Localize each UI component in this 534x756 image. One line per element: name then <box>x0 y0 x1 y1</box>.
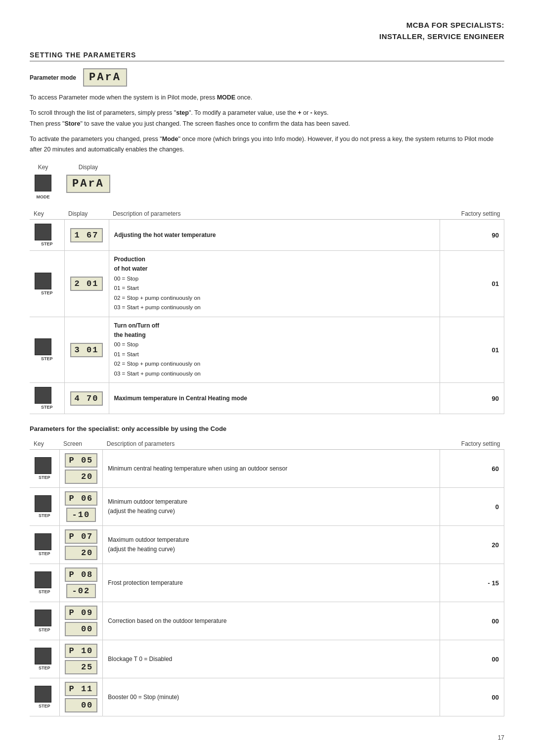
spec-row2-desc-text: Minimum outdoor temperature(adjust the h… <box>108 498 187 515</box>
spec-row4-screen: P 08 -02 <box>59 564 103 602</box>
step-key-4 <box>35 387 51 404</box>
spec-step-label-5: STEP <box>35 627 54 632</box>
spec-row7-desc: Booster 00 = Stop (minute) <box>103 678 440 716</box>
spec-row7-factory: 00 <box>440 678 504 716</box>
table-row: STEP 3 01 Turn on/Turn offthe heating 00… <box>30 317 504 383</box>
table-row: STEP 1 67 Adjusting the hot water temper… <box>30 220 504 251</box>
table-row: STEP 4 70 Maximum temperature in Central… <box>30 383 504 414</box>
spec-screen-stack-1: P 05 20 <box>65 453 98 484</box>
spec-screen-stack-5: P 09 00 <box>65 606 98 636</box>
spec-screen-stack-2: P 06 -10 <box>65 491 98 522</box>
intro-para-2: To scroll through the list of parameters… <box>30 108 504 129</box>
row4-desc-label: Maximum temperature in Central Heating m… <box>114 395 247 402</box>
row3-key: STEP <box>30 317 64 383</box>
spec-step-label-3: STEP <box>35 551 54 556</box>
spec-row5-desc-text: Correction based on the outdoor temperat… <box>108 617 226 624</box>
spec-row5-screen: P 09 00 <box>59 602 103 640</box>
spec-row7-screen: P 11 00 <box>59 678 103 716</box>
step-key-label-2: STEP <box>35 290 59 295</box>
spec-row6-desc: Blockage T 0 = Disabled <box>103 640 440 678</box>
row3-display: 3 01 <box>64 317 109 383</box>
spec-row2-desc: Minimum outdoor temperature(adjust the h… <box>103 488 440 526</box>
step-key-label-3: STEP <box>35 356 59 361</box>
step-key-1 <box>35 224 51 240</box>
spec-row1-key: STEP <box>30 450 59 488</box>
spec-row3-key: STEP <box>30 526 59 564</box>
header-title: MCBA FOR SPECIALISTS: INSTALLER, SERVICE… <box>30 20 504 42</box>
table-row: STEP 2 01 Productionof hot water 00 = St… <box>30 251 504 317</box>
demo-key-col: Key MODE <box>35 164 51 199</box>
spec-row4-desc: Frost protection temperature <box>103 564 440 602</box>
spec-step-key-5 <box>35 610 51 626</box>
row3-factory: 01 <box>440 317 504 383</box>
table-row: STEP P 06 -10 Minimum outdoor temperatur… <box>30 488 504 526</box>
intro-para-1: To access Parameter mode when the system… <box>30 93 504 103</box>
spec-row5-key: STEP <box>30 602 59 640</box>
step-key-2 <box>35 273 51 289</box>
row1-desc: Adjusting the hot water temperature <box>109 220 440 251</box>
spec-col-key: Key <box>30 438 59 450</box>
main-params-table: Key Display Description of parameters Fa… <box>30 208 504 414</box>
spec-col-screen: Screen <box>59 438 103 450</box>
spec-lcd6b: 25 <box>65 660 98 674</box>
spec-step-key-2 <box>35 495 51 512</box>
spec-step-label-6: STEP <box>35 665 54 670</box>
spec-row6-key: STEP <box>30 640 59 678</box>
spec-row6-desc-text: Blockage T 0 = Disabled <box>108 656 172 662</box>
row4-display: 4 70 <box>64 383 109 414</box>
spec-step-label-4: STEP <box>35 589 54 594</box>
table-row: STEP P 09 00 Correction based on the out… <box>30 602 504 640</box>
header-line2: INSTALLER, SERVICE ENGINEER <box>379 32 504 41</box>
spec-row5-desc: Correction based on the outdoor temperat… <box>103 602 440 640</box>
spec-step-label-7: STEP <box>35 704 54 709</box>
spec-lcd1a: P 05 <box>65 453 98 468</box>
spec-col-factory: Factory setting <box>440 438 504 450</box>
spec-lcd7a: P 11 <box>65 682 98 696</box>
spec-step-label-1: STEP <box>35 475 54 480</box>
step-key-3 <box>35 338 51 355</box>
spec-row3-screen: P 07 20 <box>59 526 103 564</box>
row1-desc-label: Adjusting the hot water temperature <box>114 232 216 238</box>
spec-row3-desc-text: Maximum outdoor temperature(adjust the h… <box>108 536 189 553</box>
spec-step-key-6 <box>35 648 51 664</box>
key-display-demo: Key MODE Display PArA <box>35 164 504 199</box>
spec-step-key-1 <box>35 457 51 474</box>
param-mode-display: PArA <box>83 68 127 87</box>
spec-row1-screen: P 05 20 <box>59 450 103 488</box>
spec-step-label-2: STEP <box>35 513 54 518</box>
row1-key: STEP <box>30 220 64 251</box>
demo-lcd: PArA <box>66 175 110 193</box>
row1-factory: 90 <box>440 220 504 251</box>
step-key-label-4: STEP <box>35 405 59 410</box>
demo-mode-key <box>35 175 51 191</box>
spec-row1-desc: Minimum central heating temperature when… <box>103 450 440 488</box>
spec-row1-desc-text: Minimum central heating temperature when… <box>108 465 287 472</box>
spec-row7-desc-text: Booster 00 = Stop (minute) <box>108 694 179 701</box>
step-key-label-1: STEP <box>35 241 59 246</box>
demo-mode-key-label: MODE <box>37 194 50 199</box>
row4-key: STEP <box>30 383 64 414</box>
row2-key: STEP <box>30 251 64 317</box>
spec-row2-key: STEP <box>30 488 59 526</box>
header-line1: MCBA FOR SPECIALISTS: <box>406 21 504 29</box>
spec-lcd5a: P 09 <box>65 606 98 620</box>
spec-lcd3a: P 07 <box>65 529 98 544</box>
spec-step-key-4 <box>35 571 51 588</box>
page-number: 17 <box>498 734 504 741</box>
table-row: STEP P 05 20 Minimum central heating tem… <box>30 450 504 488</box>
spec-lcd1b: 20 <box>65 470 98 484</box>
spec-row5-factory: 00 <box>440 602 504 640</box>
spec-row2-screen: P 06 -10 <box>59 488 103 526</box>
row1-lcd: 1 67 <box>70 228 103 242</box>
param-mode-row: Parameter mode PArA <box>30 68 504 87</box>
spec-lcd2b: -10 <box>66 508 96 522</box>
table-row: STEP P 07 20 Maximum outdoor temperature… <box>30 526 504 564</box>
spec-row3-desc: Maximum outdoor temperature(adjust the h… <box>103 526 440 564</box>
spec-screen-stack-4: P 08 -02 <box>65 567 98 598</box>
spec-lcd7b: 00 <box>65 698 98 712</box>
spec-lcd4a: P 08 <box>65 567 98 582</box>
demo-display-col: Display PArA <box>66 164 110 193</box>
row3-desc-label: Turn on/Turn offthe heating <box>114 322 160 338</box>
row2-lcd: 2 01 <box>70 277 103 291</box>
spec-row4-desc-text: Frost protection temperature <box>108 579 182 586</box>
